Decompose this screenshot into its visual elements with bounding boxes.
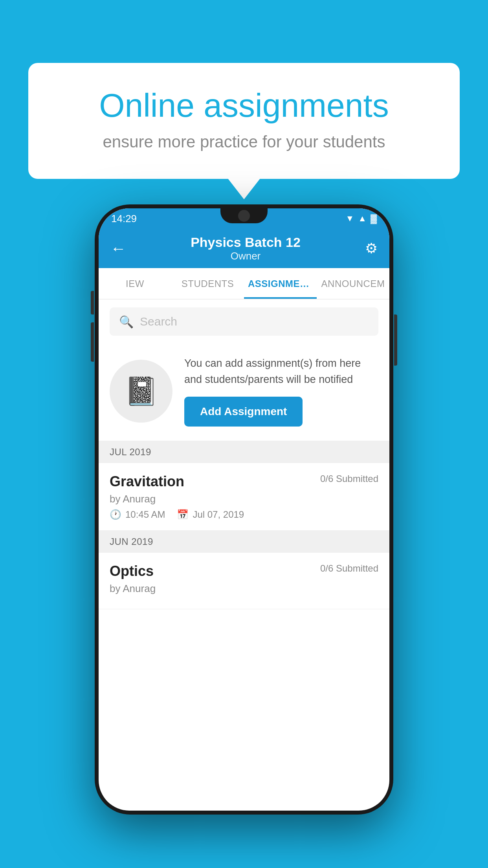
promo-subtitle: ensure more practice for your students (56, 132, 432, 151)
phone-mockup: 14:29 ▼ ▲ ▓ ← Physics Batch 12 Owner ⚙ (95, 204, 393, 815)
assignment-item-optics[interactable]: Optics 0/6 Submitted by Anurag (99, 553, 389, 609)
month-header-jul: JUL 2019 (99, 441, 389, 463)
tab-assignments[interactable]: ASSIGNMENTS (244, 268, 317, 299)
assignment-time-value: 10:45 AM (125, 509, 165, 520)
app-bar: ← Physics Batch 12 Owner ⚙ (99, 229, 389, 268)
volume-down-button (91, 291, 94, 314)
status-time: 14:29 (111, 213, 137, 225)
phone-screen: 14:29 ▼ ▲ ▓ ← Physics Batch 12 Owner ⚙ (99, 208, 389, 811)
assignment-icon-circle: 📓 (110, 360, 172, 423)
app-bar-center: Physics Batch 12 Owner (191, 235, 301, 262)
info-section: 📓 You can add assignment(s) from here an… (99, 344, 389, 441)
batch-name: Physics Batch 12 (191, 235, 301, 250)
add-assignment-button[interactable]: Add Assignment (184, 397, 303, 427)
assignment-top-row: Gravitation 0/6 Submitted (110, 473, 378, 490)
assignment-name: Gravitation (110, 473, 184, 490)
assignment-submitted-optics: 0/6 Submitted (320, 563, 378, 574)
tab-announcements[interactable]: ANNOUNCEM (317, 268, 389, 299)
phone-content: 🔍 Search 📓 You can add assignment(s) fro… (99, 300, 389, 811)
assignment-top-row-optics: Optics 0/6 Submitted (110, 563, 378, 579)
assignment-date: 📅 Jul 07, 2019 (177, 509, 244, 520)
wifi-icon: ▼ (345, 213, 354, 224)
assignment-date-value: Jul 07, 2019 (193, 509, 244, 520)
search-container: 🔍 Search (99, 300, 389, 344)
tab-students[interactable]: STUDENTS (171, 268, 244, 299)
tab-bar: IEW STUDENTS ASSIGNMENTS ANNOUNCEM (99, 268, 389, 300)
notebook-icon: 📓 (124, 375, 158, 407)
back-button[interactable]: ← (110, 240, 126, 257)
search-input[interactable]: Search (140, 315, 177, 328)
tab-overview[interactable]: IEW (99, 268, 171, 299)
calendar-icon: 📅 (177, 509, 189, 520)
assignment-submitted: 0/6 Submitted (320, 473, 378, 484)
volume-up-button (91, 322, 94, 362)
role-label: Owner (191, 250, 301, 262)
assignment-meta: 🕐 10:45 AM 📅 Jul 07, 2019 (110, 509, 378, 520)
info-description: You can add assignment(s) from here and … (184, 355, 378, 387)
phone-notch (220, 208, 268, 223)
search-box[interactable]: 🔍 Search (110, 307, 378, 336)
assignment-name-optics: Optics (110, 563, 154, 579)
promo-card: Online assignments ensure more practice … (28, 63, 460, 179)
assignment-item-gravitation[interactable]: Gravitation 0/6 Submitted by Anurag 🕐 10… (99, 463, 389, 531)
month-header-jun: JUN 2019 (99, 531, 389, 553)
search-icon: 🔍 (119, 315, 134, 329)
assignment-author-optics: by Anurag (110, 583, 378, 595)
status-icons: ▼ ▲ ▓ (345, 213, 377, 224)
signal-icon: ▲ (358, 213, 367, 224)
clock-icon: 🕐 (110, 509, 121, 520)
assignment-author: by Anurag (110, 493, 378, 505)
battery-icon: ▓ (371, 213, 377, 224)
info-right: You can add assignment(s) from here and … (184, 355, 378, 427)
phone-outer: 14:29 ▼ ▲ ▓ ← Physics Batch 12 Owner ⚙ (95, 204, 393, 815)
settings-icon[interactable]: ⚙ (365, 240, 378, 257)
assignment-time: 🕐 10:45 AM (110, 509, 165, 520)
promo-title: Online assignments (56, 86, 432, 125)
speech-bubble: Online assignments ensure more practice … (28, 63, 460, 179)
power-button (394, 314, 397, 366)
